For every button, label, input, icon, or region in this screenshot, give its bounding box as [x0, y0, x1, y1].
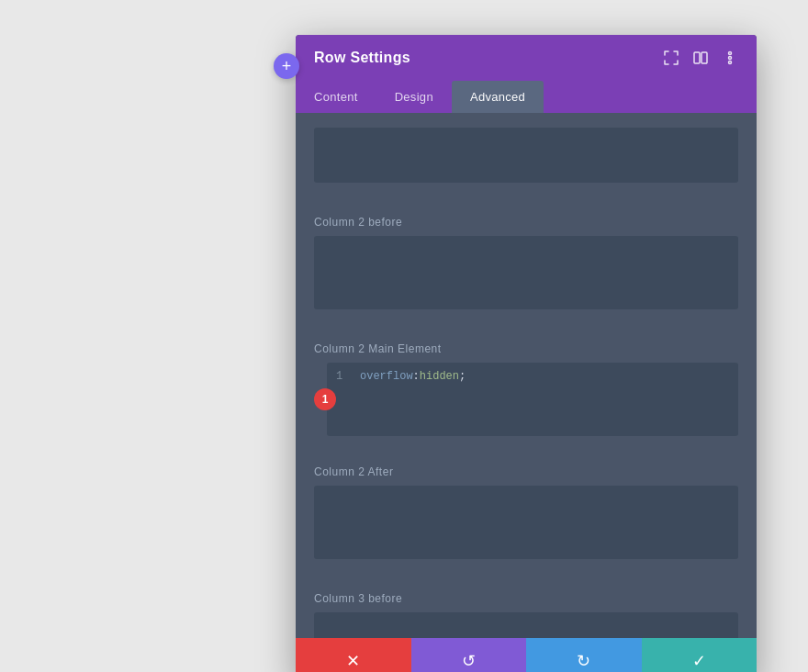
svg-rect-0	[694, 52, 700, 63]
code-line-1: 1 overflow : hidden ;	[327, 363, 738, 390]
confirm-button[interactable]: ✓	[642, 638, 758, 672]
tab-advanced[interactable]: Advanced	[452, 81, 544, 113]
col2-before-label: Column 2 before	[296, 201, 757, 236]
tab-content[interactable]: Content	[296, 81, 376, 113]
col2-after-label: Column 2 After	[296, 451, 757, 486]
col3-before-editor[interactable]	[314, 612, 738, 638]
undo-button[interactable]: ↺	[411, 638, 527, 672]
svg-rect-1	[701, 52, 707, 63]
error-badge: 1	[314, 388, 336, 410]
header-icons	[663, 50, 738, 66]
tab-design[interactable]: Design	[376, 81, 452, 113]
top-code-area[interactable]	[314, 128, 738, 183]
modal-header: Row Settings	[296, 35, 757, 81]
code-property: overflow	[360, 370, 413, 383]
fullscreen-icon[interactable]	[663, 50, 679, 66]
plus-button[interactable]: +	[274, 53, 299, 79]
col2-after-editor[interactable]	[314, 486, 738, 559]
code-semicolon: ;	[459, 370, 466, 383]
modal-title: Row Settings	[314, 50, 410, 66]
code-colon: :	[413, 370, 420, 383]
line-number: 1	[336, 370, 349, 383]
undo-icon: ↺	[462, 651, 476, 671]
confirm-icon: ✓	[692, 651, 706, 671]
col2-main-container: 1 1 overflow : hidden ;	[327, 363, 738, 436]
plus-icon: +	[282, 58, 292, 74]
cancel-icon: ✕	[346, 651, 360, 671]
col2-before-editor[interactable]	[314, 236, 738, 309]
redo-icon: ↻	[577, 651, 590, 671]
col3-before-label: Column 3 before	[296, 577, 757, 612]
more-options-icon[interactable]	[722, 50, 738, 66]
col2-main-label: Column 2 Main Element	[296, 328, 757, 363]
code-value: hidden	[420, 370, 459, 383]
svg-point-4	[729, 62, 732, 64]
svg-point-3	[729, 57, 732, 60]
col2-main-editor[interactable]: 1 overflow : hidden ;	[327, 363, 738, 436]
columns-icon[interactable]	[692, 50, 709, 66]
tabs: Content Design Advanced	[296, 81, 757, 113]
svg-point-2	[729, 52, 732, 55]
row-settings-modal: Row Settings	[296, 35, 757, 672]
modal-footer: ✕ ↺ ↻ ✓	[296, 638, 757, 672]
cancel-button[interactable]: ✕	[296, 638, 411, 672]
redo-button[interactable]: ↻	[526, 638, 642, 672]
modal-content[interactable]: Column 2 before Column 2 Main Element 1 …	[296, 113, 757, 638]
